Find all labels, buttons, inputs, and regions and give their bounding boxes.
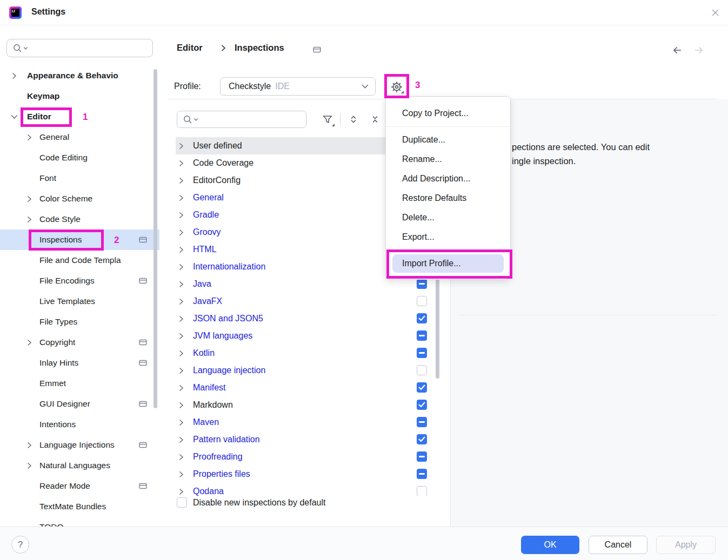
breadcrumb-editor[interactable]: Editor [177, 43, 203, 53]
menu-item-add-description[interactable]: Add Description... [386, 169, 510, 188]
menu-item-rename[interactable]: Rename... [386, 150, 510, 169]
settings-search-input[interactable] [6, 39, 153, 57]
sidebar-item-inspections[interactable]: Inspections [0, 230, 159, 250]
inspection-group-markdown[interactable]: Markdown [168, 396, 439, 414]
close-icon[interactable] [707, 4, 723, 21]
inspection-checkbox-checked[interactable] [417, 434, 427, 444]
chevron-collapsed-icon[interactable] [179, 229, 184, 236]
chevron-collapsed-icon[interactable] [179, 160, 184, 167]
menu-item-export[interactable]: Export... [386, 227, 510, 247]
sidebar-item-editor[interactable]: Editor [0, 106, 159, 127]
sidebar-item-copyright[interactable]: Copyright [0, 332, 159, 353]
chevron-collapsed-icon[interactable] [12, 72, 18, 79]
forward-arrow-icon[interactable] [693, 44, 705, 56]
inspection-group-jvm-languages[interactable]: JVM languages [168, 327, 439, 345]
profile-actions-gear-icon[interactable] [388, 78, 405, 96]
disable-new-inspections-checkbox[interactable] [177, 497, 187, 508]
inspection-group-proofreading[interactable]: Proofreading [168, 448, 439, 465]
inspection-group-json-and-json5[interactable]: JSON and JSON5 [168, 310, 439, 327]
chevron-collapsed-icon[interactable] [179, 194, 184, 201]
menu-item-import-profile[interactable]: Import Profile... [392, 254, 504, 273]
chevron-collapsed-icon[interactable] [27, 195, 34, 203]
cancel-button[interactable]: Cancel [589, 536, 647, 554]
inspection-group-qodana[interactable]: Qodana [168, 483, 439, 496]
sidebar-item-textmate-bundles[interactable]: TextMate Bundles [0, 496, 159, 517]
sidebar-item-language-injections[interactable]: Language Injections [0, 435, 159, 455]
apply-button[interactable]: Apply [656, 536, 716, 554]
inspection-checkbox-indeterminate[interactable] [417, 451, 427, 462]
inspection-group-javafx[interactable]: JavaFX [168, 293, 439, 310]
menu-item-restore-defaults[interactable]: Restore Defaults [386, 188, 510, 208]
chevron-collapsed-icon[interactable] [179, 436, 184, 443]
chevron-collapsed-icon[interactable] [179, 402, 184, 409]
chevron-expanded-icon[interactable] [12, 113, 18, 120]
inspection-checkbox-unchecked[interactable] [417, 365, 427, 375]
ok-button[interactable]: OK [521, 536, 579, 554]
collapse-all-icon[interactable] [368, 112, 383, 127]
sidebar-item-emmet[interactable]: Emmet [0, 373, 159, 394]
breadcrumb-inspections[interactable]: Inspections [235, 43, 284, 53]
chevron-collapsed-icon[interactable] [179, 333, 184, 340]
sidebar-item-color-scheme[interactable]: Color Scheme [0, 188, 159, 209]
chevron-collapsed-icon[interactable] [27, 216, 34, 223]
sidebar-item-todo[interactable]: TODO [0, 517, 159, 527]
chevron-collapsed-icon[interactable] [179, 384, 184, 392]
chevron-collapsed-icon[interactable] [179, 367, 184, 374]
inspection-checkbox-indeterminate[interactable] [417, 279, 427, 289]
chevron-collapsed-icon[interactable] [179, 177, 184, 184]
sidebar-item-gui-designer[interactable]: GUI Designer [0, 394, 159, 414]
chevron-collapsed-icon[interactable] [27, 442, 34, 449]
help-button[interactable]: ? [11, 536, 29, 554]
sidebar-item-file-types[interactable]: File Types [0, 312, 159, 332]
chevron-collapsed-icon[interactable] [179, 315, 184, 322]
chevron-collapsed-icon[interactable] [179, 454, 184, 461]
chevron-collapsed-icon[interactable] [27, 134, 34, 141]
sidebar-item-inlay-hints[interactable]: Inlay Hints [0, 353, 159, 373]
chevron-collapsed-icon[interactable] [179, 350, 184, 357]
sidebar-item-appearance-behavio[interactable]: Appearance & Behavio [0, 65, 159, 86]
sidebar-item-natural-languages[interactable]: Natural Languages [0, 455, 159, 476]
inspection-checkbox-unchecked[interactable] [417, 486, 427, 496]
inspections-scrollbar[interactable] [436, 273, 439, 379]
chevron-collapsed-icon[interactable] [179, 281, 184, 288]
chevron-collapsed-icon[interactable] [27, 462, 34, 469]
inspection-checkbox-checked[interactable] [417, 313, 427, 323]
sidebar-item-live-templates[interactable]: Live Templates [0, 291, 159, 312]
inspections-search-input[interactable] [177, 111, 306, 128]
sidebar-item-file-and-code-templa[interactable]: File and Code Templa [0, 250, 159, 271]
back-arrow-icon[interactable] [671, 44, 683, 56]
sidebar-item-intentions[interactable]: Intentions [0, 414, 159, 435]
sidebar-item-keymap[interactable]: Keymap [0, 86, 159, 106]
chevron-collapsed-icon[interactable] [179, 419, 184, 426]
chevron-collapsed-icon[interactable] [179, 212, 184, 219]
inspection-checkbox-indeterminate[interactable] [417, 417, 427, 427]
chevron-collapsed-icon[interactable] [179, 298, 184, 305]
filter-icon[interactable] [320, 112, 335, 127]
chevron-collapsed-icon[interactable] [179, 143, 184, 150]
chevron-collapsed-icon[interactable] [179, 246, 184, 253]
chevron-collapsed-icon[interactable] [179, 264, 184, 271]
menu-item-duplicate[interactable]: Duplicate... [386, 130, 510, 150]
expand-all-icon[interactable] [346, 112, 361, 127]
menu-item-delete[interactable]: Delete... [386, 208, 510, 227]
profile-dropdown[interactable]: Checkstyle IDE [220, 77, 376, 96]
inspection-group-manifest[interactable]: Manifest [168, 379, 439, 396]
inspection-group-kotlin[interactable]: Kotlin [168, 345, 439, 362]
inspection-group-maven[interactable]: Maven [168, 414, 439, 431]
inspection-checkbox-indeterminate[interactable] [417, 348, 427, 358]
chevron-collapsed-icon[interactable] [179, 488, 184, 495]
sidebar-item-code-editing[interactable]: Code Editing [0, 147, 159, 168]
chevron-collapsed-icon[interactable] [179, 471, 184, 478]
inspection-checkbox-indeterminate[interactable] [417, 330, 427, 341]
inspection-checkbox-unchecked[interactable] [417, 296, 427, 306]
sidebar-scrollbar[interactable] [153, 69, 157, 408]
sidebar-item-code-style[interactable]: Code Style [0, 209, 159, 230]
menu-item-copy-to-project[interactable]: Copy to Project... [386, 104, 510, 123]
sidebar-item-reader-mode[interactable]: Reader Mode [0, 476, 159, 496]
inspection-checkbox-indeterminate[interactable] [417, 469, 427, 479]
sidebar-item-file-encodings[interactable]: File Encodings [0, 271, 159, 291]
sidebar-item-general[interactable]: General [0, 127, 159, 147]
inspection-group-properties-files[interactable]: Properties files [168, 465, 439, 483]
inspection-checkbox-checked[interactable] [417, 400, 427, 410]
inspection-group-language-injection[interactable]: Language injection [168, 362, 439, 379]
